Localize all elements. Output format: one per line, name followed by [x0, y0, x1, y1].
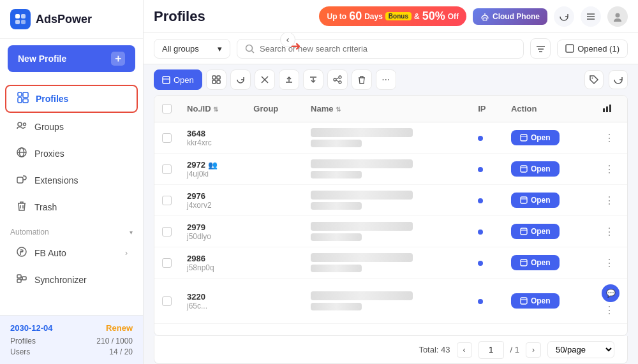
row-checkbox[interactable] — [162, 227, 172, 237]
row-more-button[interactable]: ⋮ — [602, 193, 617, 208]
row-checkbox-cell[interactable] — [154, 216, 179, 247]
upload-button[interactable] — [279, 69, 299, 90]
row-checkbox[interactable] — [162, 133, 172, 143]
ip-cell — [470, 154, 503, 185]
sidebar-navigation: Profiles Groups Proxies Extensions Trash — [0, 78, 143, 315]
action-cell: Open — [503, 247, 594, 279]
support-bubble[interactable]: 💬 — [602, 284, 619, 302]
page-number-input[interactable] — [478, 341, 504, 359]
row-more-button[interactable]: ⋮ — [602, 224, 617, 239]
group-cell — [246, 279, 303, 324]
name-cell — [303, 247, 470, 279]
more-options-button[interactable]: ··· — [376, 69, 396, 90]
list-view-button[interactable] — [581, 6, 601, 27]
open-profile-button[interactable]: Open — [511, 130, 560, 145]
sync-button[interactable] — [230, 69, 251, 90]
row-checkbox[interactable] — [162, 196, 172, 205]
row-checkbox-cell[interactable] — [154, 185, 179, 216]
import-button[interactable] — [303, 69, 323, 90]
close-button[interactable] — [255, 69, 275, 90]
delete-button[interactable] — [352, 69, 372, 90]
new-profile-button[interactable]: New Profile ＋ — [8, 45, 135, 72]
svg-rect-4 — [18, 92, 22, 96]
open-profile-button[interactable]: Open — [511, 193, 560, 208]
page-title: Profiles — [154, 8, 205, 25]
search-icon — [245, 44, 255, 54]
grid-view-button[interactable] — [206, 69, 226, 90]
table-row: 2976 j4xorv2 Open ⋮ — [154, 185, 627, 216]
action-toolbar: Open ··· — [144, 64, 638, 95]
group-cell — [246, 122, 303, 154]
app-name: AdsPower — [36, 13, 92, 26]
sidebar-item-profiles[interactable]: Profiles — [5, 85, 138, 113]
renew-link[interactable]: Renew — [106, 323, 133, 333]
user-avatar[interactable] — [607, 6, 628, 27]
open-profile-button[interactable]: Open — [511, 293, 560, 309]
select-all-header[interactable] — [154, 96, 179, 122]
total-count: Total: 43 — [419, 345, 450, 354]
row-more-button[interactable]: ⋮ — [602, 255, 617, 270]
name-blurred-sm — [311, 202, 362, 210]
profile-id-cell: 3648 kkr4xrc — [179, 122, 246, 154]
open-button[interactable]: Open — [154, 69, 202, 90]
sidebar-item-groups[interactable]: Groups — [5, 114, 138, 140]
row-checkbox-cell[interactable] — [154, 154, 179, 185]
table-refresh-button[interactable] — [609, 70, 628, 89]
svg-point-8 — [18, 122, 22, 126]
row-checkbox[interactable] — [162, 164, 172, 174]
sidebar-item-fb-auto[interactable]: FB Auto › — [5, 240, 138, 266]
ip-cell — [470, 216, 503, 247]
refresh-button[interactable] — [554, 6, 574, 27]
group-select[interactable]: All groups ▾ — [154, 39, 230, 59]
svg-rect-20 — [22, 277, 26, 280]
svg-point-50 — [592, 78, 593, 79]
sidebar: AdsPower New Profile ＋ Profiles Groups P… — [0, 0, 144, 364]
prev-page-button[interactable]: ‹ — [457, 342, 472, 358]
svg-rect-0 — [15, 14, 20, 18]
ip-column-header: IP — [470, 96, 503, 122]
table-row: 2986 j58np0q Open ⋮ — [154, 247, 627, 279]
action-cell: Open — [503, 216, 594, 247]
profiles-icon — [17, 92, 29, 106]
svg-rect-13 — [17, 177, 23, 183]
action-column-header: Action — [503, 96, 594, 122]
promo-banner[interactable]: Up to 60 Days Bonus & 50% Off — [319, 6, 466, 26]
collapse-sidebar-button[interactable]: ‹ — [280, 32, 295, 47]
svg-point-9 — [24, 123, 26, 126]
row-checkbox-cell[interactable] — [154, 247, 179, 279]
tag-button[interactable] — [584, 70, 604, 89]
row-checkbox-cell[interactable] — [154, 122, 179, 154]
cloud-phone-button[interactable]: Cloud Phone — [473, 8, 547, 25]
table-row: 3220 j65c... Open 💬 ⋮ — [154, 279, 627, 324]
open-profile-button[interactable]: Open — [511, 255, 560, 270]
open-profile-button[interactable]: Open — [511, 224, 560, 239]
profile-id-cell: 2976 j4xorv2 — [179, 185, 246, 216]
opened-badge[interactable]: Opened (1) — [557, 40, 628, 58]
row-more-button[interactable]: ⋮ — [602, 161, 617, 177]
automation-section-label: Automation ▾ — [0, 221, 143, 239]
svg-rect-19 — [17, 279, 21, 282]
sidebar-item-synchronizer[interactable]: Synchronizer — [5, 267, 138, 293]
svg-rect-54 — [521, 135, 527, 141]
name-cell — [303, 185, 470, 216]
filter-options-button[interactable] — [530, 38, 551, 59]
next-page-button[interactable]: › — [526, 342, 541, 358]
toolbar-right — [584, 70, 628, 89]
svg-rect-58 — [521, 197, 527, 203]
sidebar-item-proxies[interactable]: Proxies — [5, 141, 138, 166]
svg-point-47 — [339, 81, 341, 84]
share-button[interactable] — [327, 69, 348, 90]
row-checkbox-cell[interactable] — [154, 279, 179, 324]
extensions-icon — [15, 173, 28, 187]
row-checkbox[interactable] — [162, 296, 172, 306]
sidebar-item-extensions[interactable]: Extensions — [5, 168, 138, 193]
table-row: 2979 j50dlyo Open ⋮ — [154, 216, 627, 247]
action-cell: Open — [503, 185, 594, 216]
row-more-button[interactable]: ⋮ — [602, 130, 617, 145]
row-more-button[interactable]: ⋮ — [602, 302, 617, 317]
per-page-select[interactable]: 50/page 100/page — [547, 341, 614, 358]
open-profile-button[interactable]: Open — [511, 161, 560, 177]
row-checkbox[interactable] — [162, 258, 172, 268]
plus-icon: ＋ — [111, 52, 125, 66]
sidebar-item-trash[interactable]: Trash — [5, 194, 138, 220]
